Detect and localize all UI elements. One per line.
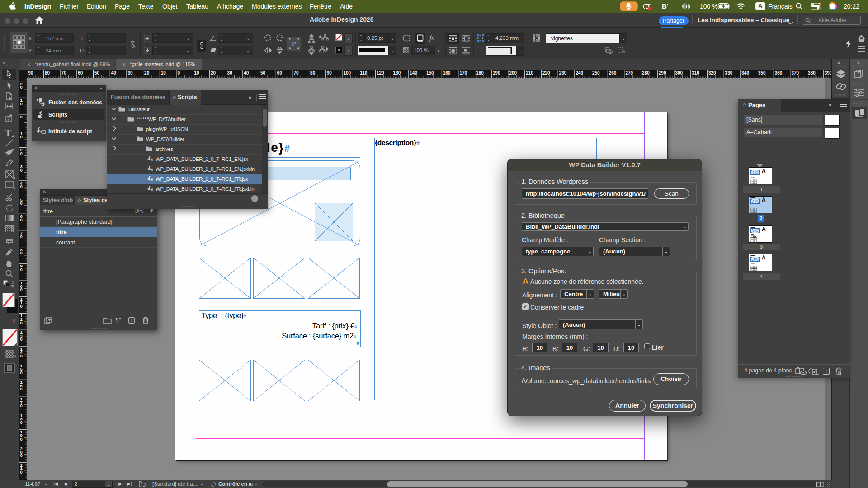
svg-text:380: 380: [808, 70, 816, 75]
svg-text:110: 110: [360, 70, 368, 75]
svg-text:150: 150: [426, 70, 434, 75]
svg-text:20: 20: [211, 70, 216, 75]
svg-text:0: 0: [20, 217, 23, 222]
svg-text:190: 190: [493, 70, 500, 75]
svg-text:130: 130: [393, 70, 401, 75]
svg-text:90: 90: [327, 70, 332, 75]
svg-text:0: 0: [20, 151, 23, 156]
svg-text:340: 340: [741, 70, 749, 75]
svg-text:0: 0: [20, 320, 23, 325]
svg-text:80: 80: [45, 70, 50, 75]
svg-text:80: 80: [310, 70, 316, 75]
svg-text:170: 170: [459, 70, 467, 75]
svg-text:0: 0: [20, 84, 23, 89]
svg-text:0: 0: [20, 436, 23, 441]
svg-text:0: 0: [20, 201, 23, 206]
svg-text:220: 220: [542, 70, 550, 75]
svg-text:310: 310: [692, 70, 699, 75]
svg-text:300: 300: [675, 70, 683, 75]
svg-text:0: 0: [20, 114, 23, 119]
svg-text:0: 0: [20, 453, 23, 458]
svg-text:100: 100: [344, 70, 351, 75]
svg-text:330: 330: [725, 70, 733, 75]
svg-text:0: 0: [20, 134, 23, 139]
svg-text:140: 140: [410, 70, 417, 75]
svg-text:10: 10: [194, 70, 199, 75]
svg-text:0: 0: [20, 168, 23, 173]
svg-text:370: 370: [791, 70, 799, 75]
svg-text:0: 0: [20, 287, 23, 292]
svg-text:230: 230: [559, 70, 567, 75]
svg-text:0: 0: [20, 304, 23, 309]
svg-text:60: 60: [277, 70, 283, 75]
svg-text:0: 0: [20, 184, 23, 189]
svg-text:180: 180: [476, 70, 484, 75]
svg-text:0: 0: [20, 403, 23, 408]
svg-text:360: 360: [775, 70, 783, 75]
svg-text:30: 30: [227, 70, 233, 75]
svg-text:200: 200: [509, 70, 517, 75]
svg-text:0: 0: [20, 386, 23, 391]
svg-text:0: 0: [20, 420, 23, 425]
svg-text:210: 210: [526, 70, 533, 75]
svg-text:0: 0: [20, 234, 23, 239]
svg-text:0: 0: [20, 469, 23, 474]
svg-text:60: 60: [78, 70, 83, 75]
svg-text:320: 320: [708, 70, 716, 75]
svg-text:0: 0: [20, 101, 23, 106]
svg-text:70: 70: [61, 70, 67, 75]
svg-text:50: 50: [260, 70, 266, 75]
svg-text:90: 90: [28, 70, 33, 75]
svg-text:280: 280: [642, 70, 650, 75]
svg-text:0: 0: [20, 267, 23, 272]
svg-text:260: 260: [609, 70, 617, 75]
svg-text:0: 0: [178, 70, 180, 75]
svg-text:350: 350: [758, 70, 766, 75]
svg-text:0: 0: [20, 353, 23, 358]
svg-text:0: 0: [20, 337, 23, 342]
svg-text:120: 120: [377, 70, 384, 75]
svg-text:40: 40: [244, 70, 249, 75]
svg-text:0: 0: [20, 250, 23, 255]
svg-text:30: 30: [127, 70, 133, 75]
svg-text:240: 240: [576, 70, 583, 75]
svg-text:P: P: [292, 40, 296, 47]
svg-text:70: 70: [293, 70, 299, 75]
svg-text:250: 250: [592, 70, 600, 75]
svg-text:40: 40: [111, 70, 117, 75]
svg-text:290: 290: [659, 70, 666, 75]
svg-text:0: 0: [20, 370, 23, 375]
svg-text:390: 390: [825, 70, 831, 75]
svg-text:20: 20: [144, 70, 150, 75]
svg-text:160: 160: [443, 70, 451, 75]
svg-text:50: 50: [94, 70, 100, 75]
svg-text:270: 270: [625, 70, 633, 75]
svg-text:10: 10: [161, 70, 166, 75]
